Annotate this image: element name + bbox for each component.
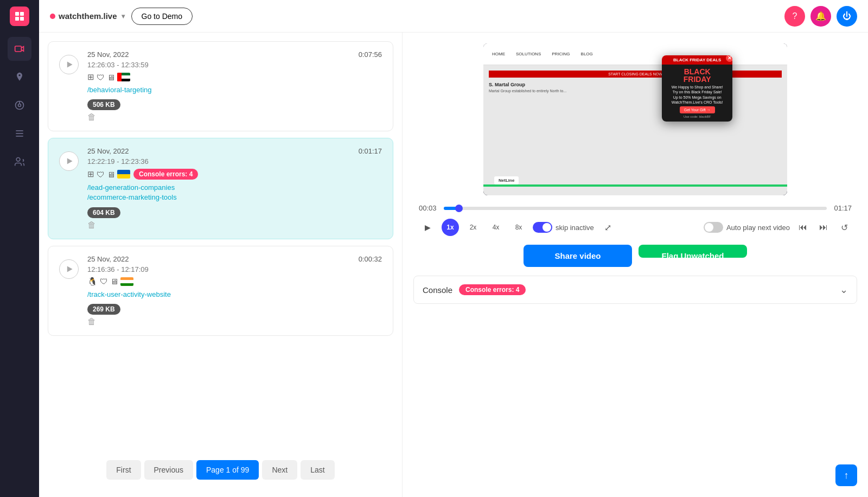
- progress-row: 00:03 01:17: [419, 204, 852, 212]
- demo-button[interactable]: Go to Demo: [131, 8, 193, 25]
- delete-button-1[interactable]: 🗑: [87, 112, 382, 122]
- monitor-icon-1: 🖥: [107, 73, 115, 82]
- popup-close-icon: ✕: [726, 55, 732, 62]
- video-container[interactable]: HOME SOLUTIONS PRICING BLOG START CLOSIN…: [483, 43, 787, 195]
- green-bar: [483, 184, 787, 187]
- os-icons-1: ⊞ 🛡 🖥: [87, 72, 130, 82]
- autoplay-toggle-thumb: [705, 223, 713, 232]
- monitor-icon-3: 🖥: [110, 277, 118, 286]
- autoplay-toggle-track[interactable]: [704, 222, 723, 233]
- sim-company-text: Martal Group established to entirely Nor…: [489, 88, 782, 93]
- recording-meta-1: 25 Nov, 2022 0:07:56: [87, 50, 382, 59]
- recording-meta-3: 25 Nov, 2022 0:00:32: [87, 255, 382, 263]
- notification-icon: 🔔: [815, 11, 826, 21]
- play-control-button[interactable]: ▶: [419, 219, 436, 236]
- recording-duration-3: 0:00:32: [359, 255, 382, 263]
- recording-info-3: 25 Nov, 2022 0:00:32 12:16:36 - 12:17:09…: [87, 255, 382, 327]
- video-website-bg: HOME SOLUTIONS PRICING BLOG START CLOSIN…: [483, 43, 787, 195]
- recording-date-2: 25 Nov, 2022: [87, 147, 129, 155]
- flag-uae-1: [117, 73, 130, 81]
- sidebar-item-heatmaps[interactable]: [8, 65, 31, 89]
- console-error-count: Console errors: 4: [459, 284, 526, 295]
- popup-header: BLACK FRIDAY DEALS: [662, 55, 732, 65]
- recording-duration-2: 0:01:17: [359, 147, 382, 155]
- sidebar-item-recordings[interactable]: [8, 37, 31, 61]
- sidebar-item-funnels[interactable]: [8, 93, 31, 117]
- recording-size-1: 506 KB: [87, 99, 120, 110]
- skip-toggle-thumb: [542, 223, 551, 232]
- recording-info-1: 25 Nov, 2022 0:07:56 12:26:03 - 12:33:59…: [87, 50, 382, 122]
- flag-unwatched-button[interactable]: Flag Unwatched: [639, 245, 747, 258]
- sidebar-logo[interactable]: [10, 7, 29, 26]
- recording-meta-2: 25 Nov, 2022 0:01:17: [87, 147, 382, 155]
- play-button-1[interactable]: [59, 55, 79, 74]
- delete-button-2[interactable]: 🗑: [87, 220, 382, 230]
- brand-dot: [50, 14, 55, 19]
- power-button[interactable]: ⏻: [837, 6, 857, 27]
- recording-card-1: 25 Nov, 2022 0:07:56 12:26:03 - 12:33:59…: [48, 41, 393, 131]
- sim-nav-4: BLOG: [578, 50, 596, 58]
- topbar: watchthem.live ▾ Go to Demo ? 🔔 ⏻: [39, 0, 868, 33]
- sim-main: START CLOSING DEALS NOW S. Martal Group …: [489, 71, 782, 93]
- skip-toggle-track[interactable]: [533, 222, 552, 233]
- player-controls: 00:03 01:17 ▶ 1x 2x 4x 8x: [413, 204, 857, 236]
- scroll-to-top-button[interactable]: ↑: [835, 464, 857, 486]
- last-page-button[interactable]: Last: [301, 460, 334, 480]
- progress-bar[interactable]: [444, 207, 827, 210]
- next-page-button[interactable]: Next: [262, 460, 297, 480]
- skip-inactive-label: skip inactive: [556, 224, 594, 232]
- help-button[interactable]: ?: [784, 6, 805, 27]
- netline-logo: NetLine: [494, 176, 519, 184]
- skip-inactive-toggle[interactable]: skip inactive: [533, 222, 594, 233]
- action-buttons: Share video Flag Unwatched: [413, 245, 857, 267]
- prev-page-button[interactable]: Previous: [144, 460, 193, 480]
- speed-4x-button[interactable]: 4x: [487, 219, 505, 236]
- recording-card-2: 25 Nov, 2022 0:01:17 12:22:19 - 12:23:36…: [48, 138, 393, 239]
- refresh-button[interactable]: ↺: [837, 220, 852, 235]
- autoplay-toggle[interactable]: Auto play next video: [704, 222, 790, 233]
- recording-time-3: 12:16:36 - 12:17:09: [87, 265, 382, 273]
- player-panel: HOME SOLUTIONS PRICING BLOG START CLOSIN…: [403, 33, 868, 497]
- skip-back-button[interactable]: ⏮: [795, 220, 810, 235]
- delete-button-3[interactable]: 🗑: [87, 317, 382, 327]
- speed-8x-button[interactable]: 8x: [510, 219, 527, 236]
- speed-2x-button[interactable]: 2x: [464, 219, 482, 236]
- flag-ukraine-2: [117, 170, 130, 179]
- current-page-button[interactable]: Page 1 of 99: [196, 460, 259, 480]
- recording-date-3: 25 Nov, 2022: [87, 255, 129, 263]
- recording-size-2: 604 KB: [87, 207, 120, 218]
- recording-time-1: 12:26:03 - 12:33:59: [87, 61, 382, 69]
- sidebar: [0, 0, 39, 497]
- progress-thumb[interactable]: [455, 205, 463, 212]
- svg-rect-2: [15, 17, 19, 21]
- recording-path-3[interactable]: /track-user-activity-website: [87, 290, 382, 300]
- fullscreen-button[interactable]: ⤢: [599, 219, 617, 236]
- speed-1x-button[interactable]: 1x: [442, 219, 459, 236]
- recording-path-2[interactable]: /lead-generation-companies/ecommerce-mar…: [87, 183, 382, 202]
- os-icons-2: ⊞ 🛡 🖥: [87, 169, 130, 179]
- popup-content: ✕ BLACK FRIDAY DEALS BLACKFRIDAY We Happ…: [662, 55, 732, 121]
- pagination: First Previous Page 1 of 99 Next Last: [48, 451, 393, 488]
- sidebar-item-users[interactable]: [8, 150, 31, 174]
- recording-path-1[interactable]: /behavioral-targeting: [87, 85, 382, 95]
- recording-duration-1: 0:07:56: [359, 50, 382, 59]
- share-video-button[interactable]: Share video: [524, 245, 632, 267]
- popup-cta: Get Your Gift →: [680, 106, 715, 113]
- first-page-button[interactable]: First: [106, 460, 141, 480]
- brand-link[interactable]: watchthem.live ▾: [50, 11, 125, 21]
- popup-body: BLACKFRIDAY We Happy to Shop and Share!T…: [662, 65, 732, 121]
- skip-forward-button[interactable]: ⏭: [816, 220, 831, 235]
- play-button-3[interactable]: [59, 259, 79, 279]
- brand-chevron-icon: ▾: [122, 12, 125, 20]
- popup-subtitle: We Happy to Shop and Share!Try on this B…: [665, 85, 729, 104]
- notification-button[interactable]: 🔔: [810, 6, 831, 27]
- recording-date-1: 25 Nov, 2022: [87, 50, 129, 59]
- play-button-2[interactable]: [59, 151, 79, 171]
- topbar-icons: ? 🔔 ⏻: [784, 6, 857, 27]
- sim-header: HOME SOLUTIONS PRICING BLOG: [483, 43, 787, 65]
- controls-row: ▶ 1x 2x 4x 8x skip inactive ⤢: [419, 219, 852, 236]
- svg-rect-1: [20, 12, 24, 16]
- console-section[interactable]: Console Console errors: 4 ⌄: [413, 276, 857, 304]
- sidebar-item-events[interactable]: [8, 122, 31, 145]
- recording-size-3: 269 KB: [87, 304, 120, 315]
